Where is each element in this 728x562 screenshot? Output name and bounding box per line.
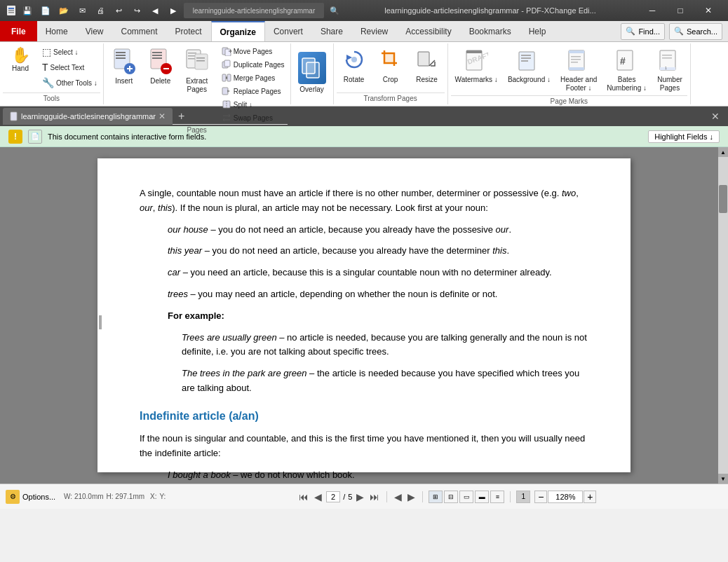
fit-page-btn[interactable]: ⊞ bbox=[429, 491, 443, 503]
prev-page-btn[interactable]: ◀ bbox=[313, 490, 323, 504]
scroll-btn[interactable]: ≡ bbox=[490, 491, 504, 503]
page-label-btn[interactable]: 1 bbox=[516, 491, 530, 503]
tab-comment[interactable]: Comment bbox=[112, 21, 166, 41]
tab-view[interactable]: View bbox=[77, 21, 113, 41]
scroll-fwd-btn[interactable]: ▶ bbox=[406, 490, 417, 504]
watermarks-button[interactable]: DRAFT Watermarks ↓ bbox=[451, 45, 502, 87]
swap-pages-button[interactable]: Swap Pages bbox=[219, 111, 288, 124]
background-icon bbox=[517, 48, 541, 74]
tab-accessibility[interactable]: Accessibility bbox=[397, 21, 460, 41]
qa-open[interactable]: 📂 bbox=[56, 3, 72, 18]
select-text-button[interactable]: T Select Text bbox=[39, 60, 100, 74]
scroll-up-btn[interactable]: ▲ bbox=[718, 147, 728, 157]
search-label: Search... bbox=[687, 27, 717, 36]
tab-review[interactable]: Review bbox=[352, 21, 397, 41]
qa-search-icon[interactable]: 🔍 bbox=[327, 3, 342, 18]
scrollbar-v[interactable]: ▲ ▼ bbox=[718, 147, 728, 484]
nav-sep-2 bbox=[422, 491, 423, 502]
number-pages-label: NumberPages bbox=[657, 76, 682, 92]
move-pages-button[interactable]: Move Pages bbox=[219, 45, 288, 57]
tab-share[interactable]: Share bbox=[312, 21, 352, 41]
zoom-in-btn[interactable]: + bbox=[584, 491, 596, 503]
tab-help[interactable]: Help bbox=[520, 21, 555, 41]
duplicate-pages-button[interactable]: Duplicate Pages bbox=[219, 58, 288, 71]
delete-label: Delete bbox=[150, 77, 170, 85]
new-tab-button[interactable]: + bbox=[173, 110, 190, 123]
group-pages: Insert Delete bbox=[104, 43, 291, 104]
rotate-button[interactable]: Rotate bbox=[337, 45, 372, 87]
file-button[interactable]: File bbox=[0, 21, 37, 41]
tab-convert[interactable]: Convert bbox=[265, 21, 312, 41]
qa-btn5[interactable]: 🖨 bbox=[93, 3, 108, 18]
find-button[interactable]: 🔍 Find... bbox=[621, 23, 665, 40]
svg-rect-12 bbox=[152, 52, 162, 53]
bates-button[interactable]: # BatesNumbering ↓ bbox=[602, 45, 651, 95]
doc-tab-icon bbox=[10, 111, 18, 121]
scroll-thumb[interactable] bbox=[719, 185, 727, 213]
other-tools-button[interactable]: 🔧 Other Tools ↓ bbox=[39, 76, 100, 90]
close-button[interactable]: ✕ bbox=[694, 0, 722, 21]
tab-protect[interactable]: Protect bbox=[167, 21, 211, 41]
para-house: our house – you do not need an article, … bbox=[168, 223, 588, 238]
options-btn[interactable]: Options... bbox=[22, 493, 55, 501]
zoom-value[interactable]: 128% bbox=[548, 491, 583, 503]
document-page: A single, countable noun must have an ar… bbox=[97, 158, 631, 472]
highlight-fields-button[interactable]: Highlight Fields ↓ bbox=[648, 130, 720, 143]
one-page-btn[interactable]: ▭ bbox=[459, 491, 473, 503]
doc-tab-main[interactable]: learningguide-articlesinenglishgrammar ✕ bbox=[3, 108, 173, 125]
resize-icon bbox=[415, 48, 439, 74]
fit-width-btn[interactable]: ⊟ bbox=[444, 491, 458, 503]
overlay-inner: Overlay bbox=[294, 45, 330, 100]
qa-new[interactable]: 📄 bbox=[38, 3, 53, 18]
tab-home[interactable]: Home bbox=[37, 21, 77, 41]
select-button[interactable]: ⬚ Select ↓ bbox=[39, 45, 100, 59]
split-button[interactable]: Split ↓ bbox=[219, 98, 288, 111]
crop-button[interactable]: Crop bbox=[373, 45, 408, 87]
page-marker bbox=[99, 315, 102, 329]
doc-tab-close[interactable]: ✕ bbox=[159, 111, 166, 121]
next-page-btn[interactable]: ▶ bbox=[355, 490, 365, 504]
extract-button[interactable]: ExtractPages bbox=[180, 45, 215, 97]
scroll-down-btn[interactable]: ▼ bbox=[718, 474, 728, 484]
bates-label: BatesNumbering ↓ bbox=[607, 76, 647, 92]
qa-btn4[interactable]: ✉ bbox=[74, 3, 90, 18]
nav-sep-3 bbox=[510, 491, 511, 502]
y-coord: Y: bbox=[160, 493, 166, 500]
minimize-button[interactable]: ─ bbox=[638, 0, 666, 21]
search-button[interactable]: 🔍 Search... bbox=[669, 23, 722, 40]
svg-rect-16 bbox=[163, 68, 169, 69]
qa-undo[interactable]: ↩ bbox=[111, 3, 126, 18]
resize-button[interactable]: Resize bbox=[410, 45, 445, 87]
qa-save[interactable]: 💾 bbox=[20, 3, 35, 18]
current-page[interactable]: 2 bbox=[326, 491, 340, 502]
overlay-button[interactable]: Overlay bbox=[294, 49, 330, 97]
delete-button[interactable]: Delete bbox=[143, 45, 178, 88]
replace-pages-button[interactable]: Replace Pages bbox=[219, 85, 288, 97]
background-button[interactable]: Background ↓ bbox=[504, 45, 555, 87]
last-page-btn[interactable]: ⏭ bbox=[368, 490, 381, 504]
split-label: Split ↓ bbox=[234, 101, 252, 109]
qa-back[interactable]: ◀ bbox=[147, 3, 163, 18]
qa-fwd[interactable]: ▶ bbox=[166, 3, 181, 18]
replace-pages-label: Replace Pages bbox=[234, 88, 281, 95]
transform-buttons: Rotate Crop Resize bbox=[337, 45, 445, 92]
scroll-back-btn[interactable]: ◀ bbox=[393, 490, 403, 504]
tab-close-all[interactable]: ✕ bbox=[706, 111, 725, 122]
hand-tool-button[interactable]: ✋ Hand bbox=[3, 45, 38, 76]
qa-redo[interactable]: ↪ bbox=[129, 3, 144, 18]
number-pages-button[interactable]: 1 NumberPages bbox=[652, 45, 687, 95]
svg-rect-23 bbox=[196, 60, 205, 62]
tab-bookmarks[interactable]: Bookmarks bbox=[461, 21, 520, 41]
merge-pages-button[interactable]: Merge Pages bbox=[219, 71, 288, 84]
select-icon: ⬚ bbox=[42, 46, 51, 57]
header-footer-button[interactable]: Header andFooter ↓ bbox=[556, 45, 601, 95]
alert-message: This document contains interactive form … bbox=[48, 132, 642, 141]
two-page-btn[interactable]: ▬ bbox=[475, 491, 489, 503]
zoom-out-btn[interactable]: − bbox=[534, 491, 547, 503]
doc-tabs: learningguide-articlesinenglishgrammar ✕… bbox=[0, 107, 728, 126]
insert-button[interactable]: Insert bbox=[107, 45, 142, 88]
tab-organize[interactable]: Organize bbox=[211, 21, 265, 41]
para-trees-park: The trees in the park are green – the ar… bbox=[182, 366, 588, 396]
maximize-button[interactable]: □ bbox=[666, 0, 694, 21]
first-page-btn[interactable]: ⏮ bbox=[297, 490, 310, 504]
